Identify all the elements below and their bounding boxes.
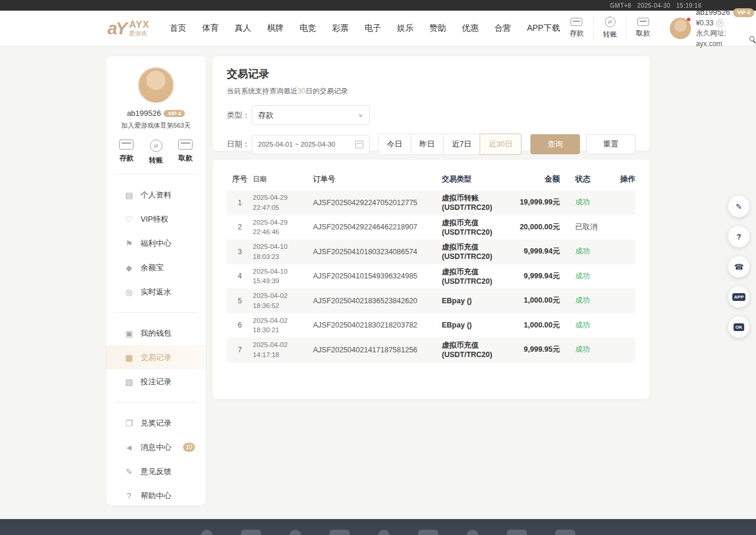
sidebar-deposit-button[interactable]: 存款 (119, 140, 133, 166)
nav-item-app-download[interactable]: APP下载 (527, 23, 560, 34)
date-cell: 2025-04-0218:30:21 (253, 316, 313, 335)
refresh-balance-icon[interactable]: ⟳ (716, 20, 724, 27)
betting-slip-icon: ▧ (124, 377, 134, 387)
nav-item-home[interactable]: 首页 (170, 23, 186, 34)
main-nav: 首页 体育 真人 棋牌 电竞 彩票 电子 娱乐 赞助 优惠 合营 APP下载 (170, 23, 560, 34)
profile-vip-badge: VIP 4 (164, 110, 185, 117)
unread-count-badge: 10 (183, 443, 195, 452)
status-badge: 已取消 (562, 222, 605, 232)
type-cell: EBpay () (442, 297, 498, 305)
header-right: 存款 ⇄ 转账 取款 ab199526 VIP 4 (560, 7, 754, 49)
status-badge: 成功 (562, 271, 605, 281)
sidebar-withdraw-button[interactable]: 取款 (178, 140, 193, 166)
prize-icon: ❒ (124, 419, 134, 428)
deposit-button[interactable]: 存款 (560, 18, 593, 38)
wallet-icon: ▣ (124, 329, 134, 338)
bank-card-icon (637, 18, 649, 26)
page-subtitle: 当前系统支持查询最近30日的交易记录 (227, 86, 636, 96)
permanent-url-label: 永久网址: ayx.com (696, 28, 748, 49)
sidebar-item-redemption-records[interactable]: ❒ 兑奖记录 (106, 411, 206, 435)
money-bag-icon: ◆ (124, 263, 134, 273)
amount-cell: 9,999.94元 (498, 271, 562, 281)
nav-item-slots[interactable]: 电子 (364, 23, 381, 34)
nav-item-sponsor[interactable]: 赞助 (429, 23, 446, 34)
status-badge: 成功 (562, 296, 605, 306)
customer-service-button[interactable]: ☎ (728, 255, 750, 278)
sidebar-item-transaction-records[interactable]: ▦ 交易记录 (106, 345, 206, 369)
type-cell: 虚拟币转账 (USDT/TRC20) (442, 193, 498, 212)
transaction-type-select[interactable]: 存款 ∨ (252, 105, 370, 125)
faq-icon: ? (737, 232, 741, 241)
brand-logo[interactable]: aY AYX 爱游戏 (107, 20, 149, 37)
transfer-button[interactable]: ⇄ 转账 (593, 17, 626, 40)
bank-card-icon (178, 140, 193, 150)
nav-item-entertainment[interactable]: 娱乐 (397, 23, 413, 34)
amount-cell: 19,999.99元 (498, 197, 562, 207)
sidebar-item-betting-records[interactable]: ▧ 投注记录 (106, 369, 206, 394)
order-no-cell: AJSF202504021417187581256 (313, 346, 442, 354)
ledger-icon: ▦ (124, 353, 134, 362)
sidebar-item-profile[interactable]: ▤ 个人资料 (106, 183, 206, 207)
amount-cell: 1,000.00元 (498, 296, 562, 306)
search-icon[interactable] (750, 36, 754, 41)
question-icon: ? (124, 491, 134, 501)
order-no-cell: AJSF202504292247052012775 (313, 199, 442, 207)
sidebar-item-welfare-center[interactable]: ⚑ 福利中心 (106, 231, 206, 255)
nav-item-boardgames[interactable]: 棋牌 (267, 23, 284, 34)
sidebar-item-realtime-rebate[interactable]: ◎ 实时返水 (106, 280, 206, 304)
nav-item-lottery[interactable]: 彩票 (332, 23, 348, 34)
avatar[interactable] (670, 18, 691, 39)
sidebar-item-help-center[interactable]: ? 帮助中心 (106, 484, 206, 508)
type-cell: 虚拟币充值 (USDT/TRC20) (442, 218, 498, 236)
quick-date-group: 今日 昨日 近7日 近30日 (378, 134, 522, 155)
date-range-input[interactable]: 2025-04-01 ~ 2025-04-30 (252, 135, 370, 154)
user-info: ab199526 VIP 4 ¥0.33 ⟳ 永久网址: ayx.com (696, 7, 754, 49)
sidebar-item-vip-privileges[interactable]: ♡ VIP特权 (106, 207, 206, 231)
order-no-cell: AJSF202504101549396324985 (313, 272, 442, 280)
quick-date-today[interactable]: 今日 (378, 134, 411, 155)
main-header: aY AYX 爱游戏 首页 体育 真人 棋牌 电竞 彩票 电子 娱乐 赞助 优惠… (0, 11, 756, 46)
quick-date-yesterday[interactable]: 昨日 (410, 134, 444, 155)
table-row: 3 2025-04-1018:03:23 AJSF202504101803234… (227, 239, 636, 264)
sidebar-item-yuebao[interactable]: ◆ 余额宝 (106, 255, 206, 280)
nav-item-sports[interactable]: 体育 (202, 23, 219, 34)
notification-dot (687, 18, 690, 21)
profile-avatar[interactable] (138, 67, 174, 103)
faq-button[interactable]: ? (728, 225, 750, 248)
verify-button[interactable]: OK (728, 316, 750, 338)
table-row: 7 2025-04-0214:17:18 AJSF202504021417187… (227, 338, 636, 362)
sidebar-item-message-center[interactable]: ◄ 消息中心 10 (106, 435, 206, 459)
sidebar-item-feedback[interactable]: ✎ 意见反馈 (106, 459, 206, 484)
status-badge: 成功 (562, 247, 605, 257)
page-footer (0, 519, 756, 535)
gift-icon: ⚑ (124, 239, 134, 248)
order-no-cell: AJSF202504021830218203782 (313, 321, 442, 329)
calendar-icon (355, 141, 363, 148)
reset-button[interactable]: 重置 (586, 134, 636, 154)
nav-item-live[interactable]: 真人 (234, 23, 251, 34)
date-range-value: 2025-04-01 ~ 2025-04-30 (258, 141, 335, 148)
sidebar-item-my-wallet[interactable]: ▣ 我的钱包 (106, 321, 206, 345)
withdraw-button[interactable]: 取款 (626, 18, 659, 38)
search-button[interactable]: 查询 (530, 134, 580, 154)
survey-button[interactable]: ✎ (728, 195, 750, 218)
status-badge: 成功 (562, 345, 605, 355)
header-quick-actions: 存款 ⇄ 转账 取款 (560, 17, 659, 40)
nav-item-partnership[interactable]: 合营 (494, 23, 511, 34)
order-no-cell: AJSF202504101803234086574 (313, 248, 442, 256)
table-row: 1 2025-04-2922:47:05 AJSF202504292247052… (227, 190, 636, 215)
sidebar-transfer-button[interactable]: ⇄ 转账 (149, 140, 163, 166)
nav-item-esports[interactable]: 电竞 (299, 23, 316, 34)
page-title: 交易记录 (227, 67, 636, 81)
type-cell: 虚拟币充值 (USDT/TRC20) (442, 341, 498, 359)
page: GMT+8 2025-04-30 15:19:16 aY AYX 爱游戏 首页 … (0, 0, 756, 535)
quick-date-last30[interactable]: 近30日 (480, 134, 521, 155)
wallet-icon (119, 140, 133, 150)
type-cell: 虚拟币充值 (USDT/TRC20) (442, 242, 498, 261)
app-download-button[interactable]: APP (728, 286, 750, 308)
header-user-area[interactable]: ab199526 VIP 4 ¥0.33 ⟳ 永久网址: ayx.com (670, 7, 754, 49)
quick-date-last7[interactable]: 近7日 (443, 134, 480, 155)
amount-cell: 9,999.94元 (498, 247, 562, 257)
date-cell: 2025-04-0218:36:52 (253, 291, 313, 310)
nav-item-promotions[interactable]: 优惠 (462, 23, 478, 34)
